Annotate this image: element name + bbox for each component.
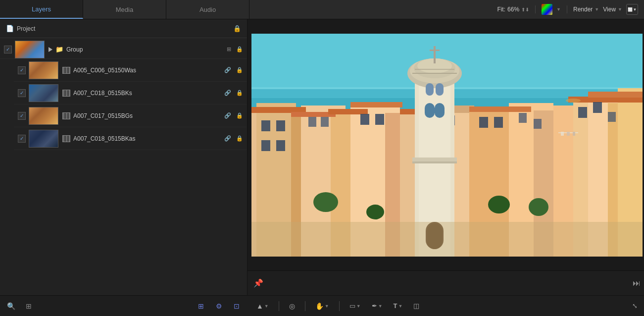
svg-rect-33 [276,140,285,151]
orbit-tool-button[interactable]: ◎ [286,300,298,312]
layer-3-lock-icon[interactable]: 🔒 [236,112,243,119]
fit-control[interactable]: Fit: 66% ⬆⬇ [497,6,529,13]
select-tool-button[interactable]: ▲ ▼ [253,300,272,312]
film-icon-2 [62,90,70,97]
tab-bar: Layers Media Audio Fit: 66% ⬆⬇ ▼ Render … [0,0,644,19]
film-icon-1 [62,67,70,74]
project-lock-icon[interactable]: 🔒 [233,25,241,32]
rect-tool-button[interactable]: ▭ ▼ [347,300,364,312]
tab-media[interactable]: Media [83,0,166,19]
layer-3-link-icon[interactable]: 🔗 [224,112,231,119]
preview-image [251,34,643,257]
svg-rect-40 [479,117,488,128]
layer-checkbox-2[interactable] [18,89,26,97]
layer-row-group[interactable]: 📁 Group ⊞ 🔒 [0,40,247,59]
film-icon-3 [62,112,70,119]
layer-thumb-2 [29,84,58,102]
bottom-toolbar-right: ▲ ▼ ◎ ✋ ▼ ▭ ▼ [248,295,644,316]
pen-tool-button[interactable]: ✒ ▼ [369,300,386,312]
layer-row-4[interactable]: A007_C018_0515BKas 🔗 🔒 [14,127,247,150]
render-button[interactable]: Render ▼ [573,6,599,13]
tab-layers[interactable]: Layers [0,0,83,19]
svg-rect-60 [435,103,445,118]
group-triangle[interactable] [49,47,52,52]
layer-checkbox-3[interactable] [18,112,26,120]
svg-rect-44 [578,107,587,118]
search-button[interactable]: 🔍 [6,301,16,311]
svg-rect-25 [350,102,402,107]
transform-tool-button[interactable]: ⤡ [629,300,641,312]
project-header: 📄 Project 🔒 [0,19,247,38]
svg-rect-41 [494,117,503,128]
svg-rect-43 [534,119,542,129]
svg-rect-62 [412,161,457,163]
color-picker-button[interactable] [542,4,552,15]
project-label: Project [17,25,35,32]
svg-rect-61 [412,158,457,161]
layer-1-lock-icon[interactable]: 🔒 [236,67,243,73]
preview-area [248,19,644,270]
svg-rect-37 [375,114,384,125]
layer-row-2[interactable]: A007_C018_0515BKs 🔗 🔒 [14,82,247,105]
top-right-controls: Fit: 66% ⬆⬇ ▼ Render ▼ View ▼ ⬜▼ [491,0,644,19]
layer-thumb-group [15,41,45,58]
svg-rect-31 [276,120,285,131]
fit-spinner[interactable]: ⬆⬇ [521,7,529,12]
group-icon-1[interactable]: ⊞ [227,46,231,53]
layer-1-link-icon[interactable]: 🔗 [224,67,231,73]
group-folder-icon: 📁 [55,46,63,53]
export-button[interactable]: ⊡ [232,301,242,311]
tab-audio[interactable]: Audio [166,0,249,19]
svg-rect-54 [430,50,440,51]
svg-rect-72 [561,132,564,136]
layer-checkbox-1[interactable] [18,66,26,74]
layer-checkbox-group[interactable] [4,46,12,53]
svg-rect-77 [251,222,643,257]
layer-row-1[interactable]: A005_C006_05150Was 🔗 🔒 [14,59,247,82]
go-to-end-button[interactable]: ⏭ [633,279,641,288]
svg-rect-74 [573,132,575,136]
layer-4-lock-icon[interactable]: 🔒 [236,135,243,142]
layer-name-1: A005_C006_05150Was [73,67,224,74]
panel-button[interactable]: ⊞ [24,301,34,311]
project-doc-icon: 📄 [6,25,14,32]
svg-rect-58 [436,83,444,96]
bottom-bar-left: 🔍 ⊞ ⊞ ⚙ ⊡ [0,295,248,316]
svg-rect-35 [321,117,329,127]
svg-rect-42 [519,113,527,123]
text-tool-button[interactable]: T ▼ [391,300,406,312]
svg-point-66 [313,192,338,212]
layer-4-link-icon[interactable]: 🔗 [224,135,231,142]
layer-row-3[interactable]: A007_C017_0515BGs 🔗 🔒 [14,105,247,127]
layer-checkbox-4[interactable] [18,135,26,143]
layers-list: 📁 Group ⊞ 🔒 A005_C006_05150Was 🔗 🔒 [0,38,247,295]
svg-rect-30 [261,120,270,131]
color-chevron[interactable]: ▼ [556,7,561,12]
svg-rect-57 [426,83,434,96]
hand-tool-button[interactable]: ✋ ▼ [312,300,332,312]
svg-point-67 [529,198,548,216]
film-icon-4 [62,135,70,142]
layer-name-4: A007_C018_0515BKas [73,135,224,142]
layer-name-2: A007_C018_0515BKs [73,90,224,97]
view-button[interactable]: View ▼ [603,6,622,13]
svg-rect-59 [425,103,435,118]
svg-rect-24 [328,109,368,114]
grid-button[interactable]: ⊞ [196,301,206,311]
layer-thumb-4 [29,130,58,148]
svg-rect-53 [434,46,436,63]
layer-2-link-icon[interactable]: 🔗 [224,90,231,96]
group-lock-icon[interactable]: 🔒 [236,46,243,53]
layer-thumb-1 [29,61,58,79]
shape-tool-button[interactable]: ◫ [410,300,422,312]
layer-name-3: A007_C017_0515BGs [73,112,224,119]
layer-2-lock-icon[interactable]: 🔒 [236,90,243,96]
svg-rect-32 [261,140,270,151]
settings-button[interactable]: ⚙ [214,301,224,311]
pin-button[interactable]: 📌 [253,278,263,288]
window-controls[interactable]: ⬜▼ [626,4,638,15]
svg-point-70 [566,99,581,103]
svg-rect-34 [308,117,316,127]
svg-rect-36 [360,114,369,125]
svg-rect-46 [608,112,616,122]
